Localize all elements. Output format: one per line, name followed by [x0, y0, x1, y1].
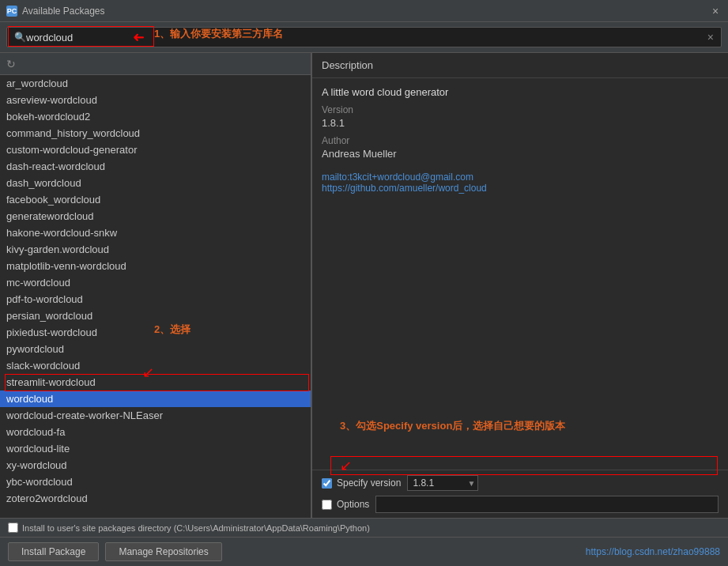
- footer-area: Install Package Manage Repositories http…: [0, 537, 728, 566]
- install-path-label[interactable]: Install to user's site packages director…: [8, 523, 370, 533]
- options-checkbox[interactable]: [322, 500, 332, 510]
- list-item[interactable]: facebook_wordcloud: [0, 191, 311, 208]
- install-package-button[interactable]: Install Package: [8, 542, 99, 561]
- version-select[interactable]: 1.8.1 1.8.0 1.7.0 1.6.0 1.5.0: [407, 475, 478, 491]
- list-item[interactable]: pywordcloud: [0, 341, 311, 357]
- list-item[interactable]: wordcloud-lite: [0, 440, 311, 457]
- list-header: ↻: [0, 53, 311, 75]
- footer-link: https://blog.csdn.net/zhao99888: [586, 546, 720, 557]
- options-area: Specify version 1.8.1 1.8.0 1.7.0 1.6.0 …: [312, 470, 728, 518]
- list-item[interactable]: asreview-wordcloud: [0, 92, 311, 108]
- list-item[interactable]: mc-wordcloud: [0, 274, 311, 291]
- search-input[interactable]: [6, 27, 722, 47]
- title-bar: PC Available Packages ×: [0, 0, 728, 22]
- main-container: 🔍 × 1、输入你要安装第三方库名 ➜ ↻ ar_wordcloudasrevi…: [0, 22, 728, 566]
- specify-version-row: Specify version 1.8.1 1.8.0 1.7.0 1.6.0 …: [322, 475, 719, 491]
- list-item[interactable]: xy-wordcloud: [0, 457, 311, 474]
- list-item[interactable]: zotero2wordcloud: [0, 490, 311, 507]
- list-item[interactable]: persian_wordcloud: [0, 308, 311, 324]
- app-icon: PC: [6, 6, 17, 17]
- email-link[interactable]: mailto:t3kcit+wordcloud@gmail.com: [322, 172, 719, 183]
- close-button[interactable]: ×: [709, 5, 722, 17]
- description-content: A little word cloud generator Version 1.…: [312, 78, 728, 470]
- list-item[interactable]: wordcloud: [0, 391, 311, 407]
- specify-version-checkbox[interactable]: [322, 478, 332, 489]
- list-item[interactable]: hakone-wordcloud-snkw: [0, 225, 311, 241]
- author-value: Andreas Mueller: [322, 148, 719, 160]
- description-panel: Description A little word cloud generato…: [312, 53, 728, 518]
- list-item[interactable]: generatewordcloud: [0, 208, 311, 225]
- options-row: Options: [322, 496, 719, 513]
- list-item[interactable]: ybc-wordcloud: [0, 474, 311, 490]
- list-item[interactable]: ar_wordcloud: [0, 75, 311, 92]
- list-item[interactable]: dash_wordcloud: [0, 175, 311, 191]
- list-item[interactable]: kivy-garden.wordcloud: [0, 241, 311, 258]
- footer-buttons: Install Package Manage Repositories: [8, 542, 222, 561]
- description-header: Description: [312, 53, 728, 78]
- list-item[interactable]: pdf-to-wordcloud: [0, 291, 311, 308]
- bottom-bar: Install to user's site packages director…: [0, 518, 728, 537]
- search-icon: 🔍: [14, 32, 26, 43]
- repo-link[interactable]: https://github.com/amueller/word_cloud: [322, 183, 719, 194]
- install-path-checkbox[interactable]: [8, 523, 18, 533]
- list-item[interactable]: matplotlib-venn-wordcloud: [0, 258, 311, 274]
- search-clear-button[interactable]: ×: [707, 31, 714, 43]
- desc-short: A little word cloud generator: [322, 86, 719, 98]
- list-item[interactable]: wordcloud-fa: [0, 424, 311, 440]
- refresh-icon[interactable]: ↻: [6, 58, 16, 70]
- options-text-input[interactable]: [375, 496, 719, 513]
- author-label: Author: [322, 135, 719, 146]
- list-item[interactable]: pixiedust-wordcloud: [0, 324, 311, 341]
- manage-repositories-button[interactable]: Manage Repositories: [105, 542, 221, 561]
- list-item[interactable]: slack-wordcloud: [0, 357, 311, 374]
- list-item[interactable]: bokeh-wordcloud2: [0, 108, 311, 125]
- list-item[interactable]: dash-react-wordcloud: [0, 158, 311, 175]
- window-title: Available Packages: [22, 6, 105, 17]
- search-bar: 🔍 ×: [0, 22, 728, 53]
- content-area: ↻ ar_wordcloudasreview-wordcloudbokeh-wo…: [0, 53, 728, 518]
- package-list-panel: ↻ ar_wordcloudasreview-wordcloudbokeh-wo…: [0, 53, 312, 518]
- package-list[interactable]: ar_wordcloudasreview-wordcloudbokeh-word…: [0, 75, 311, 518]
- specify-version-label[interactable]: Specify version: [322, 477, 401, 489]
- list-item[interactable]: custom-wordcloud-generator: [0, 142, 311, 158]
- list-item[interactable]: command_history_wordcloud: [0, 125, 311, 142]
- options-label[interactable]: Options: [322, 499, 369, 510]
- list-item[interactable]: streamlit-wordcloud: [0, 374, 311, 391]
- version-value: 1.8.1: [322, 117, 719, 129]
- version-select-wrapper: 1.8.1 1.8.0 1.7.0 1.6.0 1.5.0 ▼: [407, 475, 478, 491]
- version-label: Version: [322, 104, 719, 115]
- list-item[interactable]: wordcloud-create-worker-NLEaser: [0, 407, 311, 424]
